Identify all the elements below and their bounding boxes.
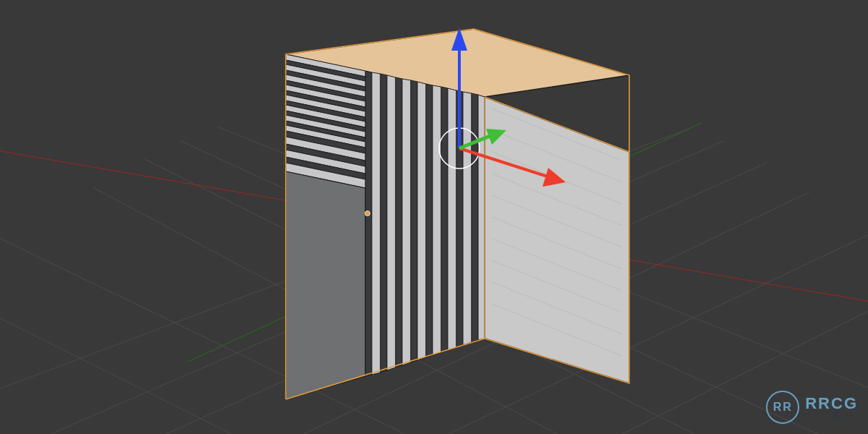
svg-marker-33 <box>426 84 433 357</box>
cube-right-face <box>485 97 629 383</box>
selected-object-cube[interactable] <box>286 29 629 399</box>
svg-marker-39 <box>472 93 478 342</box>
svg-marker-32 <box>417 82 426 360</box>
cube-front-panel <box>286 171 365 399</box>
svg-marker-36 <box>448 88 456 350</box>
cube-fins <box>365 71 485 376</box>
svg-line-11 <box>0 289 231 434</box>
svg-line-5 <box>622 289 868 434</box>
object-origin-dot <box>365 211 370 216</box>
3d-viewport[interactable] <box>0 0 868 434</box>
svg-marker-35 <box>441 87 448 352</box>
svg-marker-30 <box>402 79 411 365</box>
viewport-canvas[interactable] <box>0 0 868 434</box>
svg-marker-29 <box>396 77 402 367</box>
cube-horizontal-fins <box>286 54 365 188</box>
svg-marker-25 <box>365 71 372 376</box>
svg-marker-31 <box>411 80 417 362</box>
svg-marker-27 <box>380 74 387 373</box>
svg-marker-34 <box>433 85 441 355</box>
svg-marker-40 <box>478 95 485 340</box>
svg-marker-28 <box>387 75 396 370</box>
svg-marker-26 <box>372 72 380 375</box>
